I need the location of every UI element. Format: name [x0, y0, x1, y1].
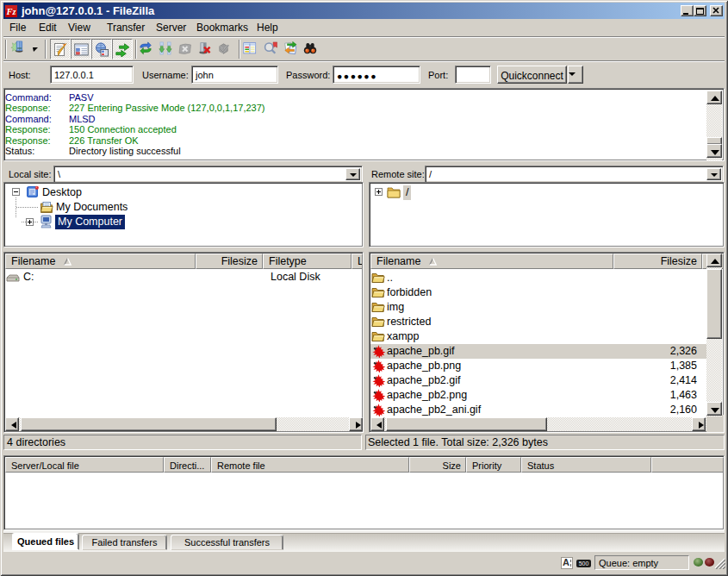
svg-text:Fz: Fz — [6, 7, 17, 16]
